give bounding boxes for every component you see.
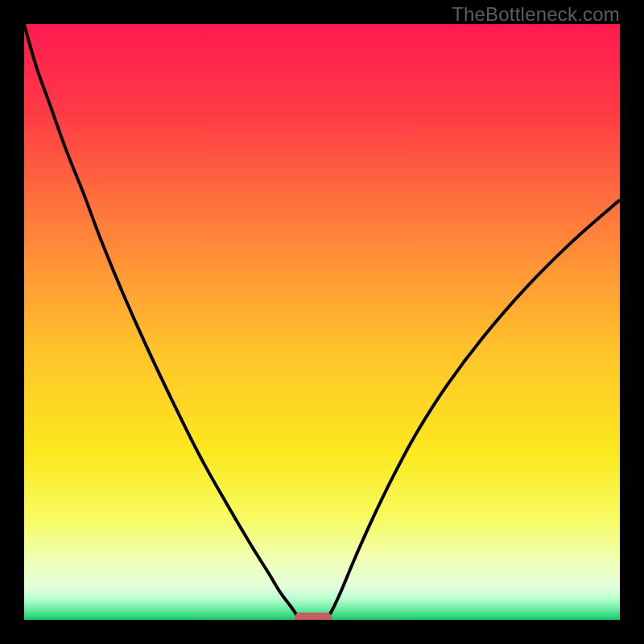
curve-right-branch — [328, 200, 620, 617]
curve-left-branch — [24, 24, 298, 617]
watermark-text: TheBottleneck.com — [452, 3, 620, 26]
bottleneck-curve — [24, 24, 620, 620]
chart-area — [24, 24, 620, 620]
bottleneck-indicator-pill — [295, 613, 332, 620]
